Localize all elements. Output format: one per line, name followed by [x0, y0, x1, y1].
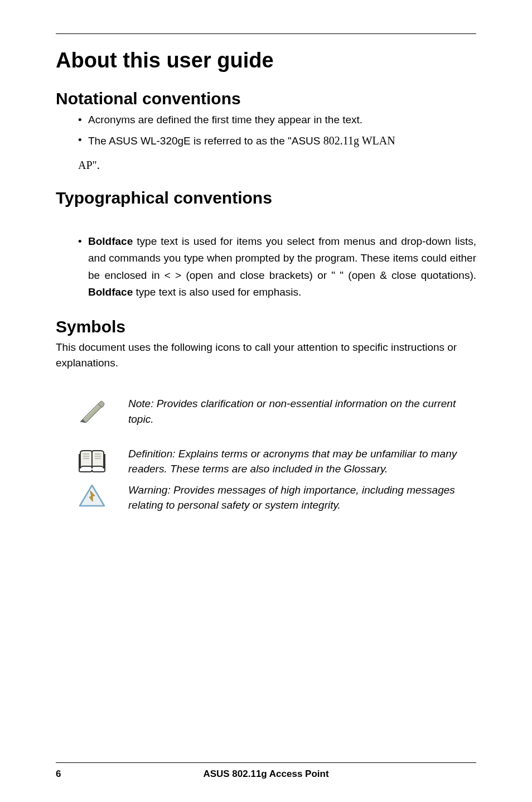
symbol-row-note: Note: Provides clarification or non-esse…: [56, 396, 476, 427]
symbol-row-definition: Definition: Explains terms or acronyms t…: [56, 446, 476, 477]
list-item-text: Acronyms are defined the first time they…: [88, 112, 476, 128]
top-rule: [56, 33, 476, 34]
serif-span: 802.11g WLAN: [323, 134, 395, 147]
list-item: • Acronyms are defined the first time th…: [78, 112, 476, 128]
bold-span: Boldface: [88, 286, 133, 298]
book-icon: [56, 446, 128, 474]
definition-text: Definition: Explains terms or acronyms t…: [128, 446, 476, 477]
list-item-text: The ASUS WL-320gE is referred to as the …: [88, 132, 476, 149]
text-span: type text is used for items you select f…: [88, 235, 476, 281]
notational-list: • Acronyms are defined the first time th…: [78, 112, 476, 172]
note-icon: [56, 396, 128, 423]
notational-heading: Notational conventions: [56, 89, 476, 108]
bullet-icon: •: [78, 112, 88, 128]
symbol-row-warning: Warning: Provides messages of high impor…: [56, 482, 476, 513]
symbols-heading: Symbols: [56, 317, 476, 336]
list-item-text: Boldface type text is used for items you…: [88, 233, 476, 301]
list-item: • Boldface type text is used for items y…: [78, 233, 476, 301]
page-title: About this user guide: [56, 49, 476, 73]
warning-icon: [56, 482, 128, 508]
bullet-icon: •: [78, 233, 88, 250]
warning-text: Warning: Provides messages of high impor…: [128, 482, 476, 513]
footer-title: ASUS 802.11g Access Point: [56, 769, 476, 780]
bottom-rule: [56, 762, 476, 763]
text-span: type text is also used for emphasis.: [133, 286, 301, 298]
typographical-heading: Typographical conventions: [56, 189, 476, 207]
text-span: The ASUS WL-320gE is referred to as the …: [88, 135, 323, 147]
page-footer: 6 ASUS 802.11g Access Point: [56, 762, 476, 780]
bullet-icon: •: [78, 132, 88, 148]
bold-span: Boldface: [88, 235, 133, 247]
serif-span: AP".: [78, 159, 100, 171]
list-item: • The ASUS WL-320gE is referred to as th…: [78, 132, 476, 149]
symbols-description: This document uses the following icons t…: [56, 340, 476, 370]
note-text: Note: Provides clarification or non-esse…: [128, 396, 476, 427]
typographical-list: • Boldface type text is used for items y…: [78, 233, 476, 301]
